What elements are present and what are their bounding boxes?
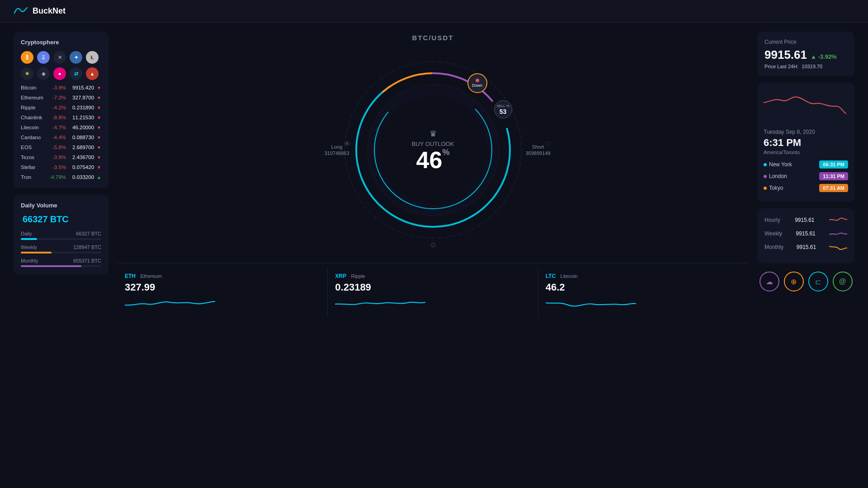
crypto-list: Bitcoin -3.9% 9915.420 ▼ Ethereum -7.2% … [21,84,101,181]
crypto-row: EOS -5.8% 2.689700 ▼ [21,143,101,151]
vol-item: Monthly 655371 BTC [21,258,101,267]
center-panel: BTC/USDT Long 310748863 Short 359899148 … [118,32,748,317]
bottom-tickers: ETH Ethereum 327.99 XRP Ripple 0.23189 [118,263,748,317]
ticker-xrp-chart [335,296,530,314]
cryptosphere-title: Cryptosphere [21,39,101,46]
down-dot [476,79,479,82]
cryptosphere-card: Cryptosphere ₿ Ξ ✕ ✦ Ł ☀ ◈ ● ⇄ ▲ Bitcoin… [14,32,108,188]
gauge-settings-icon: ⚙ [430,241,436,249]
heart-icon: ♡ [544,140,551,149]
monthly-label: Monthly [764,244,783,250]
pair-title: BTC/USDT [412,34,454,42]
time-card: Tuesday Sep 8, 2020 6:31 PM America/Toro… [764,129,848,192]
icon-btc[interactable]: ₿ [21,51,33,64]
btn-layers[interactable]: ⊏ [808,272,828,291]
gauge-wrapper: Long 310748863 Short 359899148 Down SELL… [311,46,555,254]
weekly-sparkline [829,229,847,238]
newyork-dot [764,163,767,166]
ticker-xrp-price: 0.23189 [335,282,530,293]
long-value: 310748863 [325,150,349,156]
current-price-label: Current Price [764,39,847,45]
price-change-arrow-icon: ▲ [811,53,816,60]
down-label: Down [472,83,482,88]
weekly-label: Weekly [764,230,782,237]
btn-network[interactable]: ⊕ [784,272,804,291]
volume-row: Daily 66327 BTC Weekly 128947 BTC Monthl… [21,231,101,267]
icon-x[interactable]: ✕ [53,51,66,64]
crypto-row: Ripple -4.2% 0.231890 ▼ [21,103,101,112]
navbar: BuckNet [0,0,868,23]
eye-icon: 👁 [344,140,351,148]
current-price-value: 9915.61 [764,48,807,62]
crypto-row: Litecoin -4.7% 46.20000 ▼ [21,123,101,131]
weekly-value: 9915.61 [796,230,815,237]
hourly-sparkline [829,216,847,225]
price-chart-card: Tuesday Sep 8, 2020 6:31 PM America/Toro… [757,83,854,202]
ticker-ltc: LTC Litecoin 46.2 [538,268,748,317]
newyork-label: New York [764,161,792,168]
gauge-center: ♛ BUY OUTLOOK 46% [412,129,454,172]
price-change-value: -3.92% [818,53,836,60]
city-tokyo: Tokyo 07:31 AM [764,184,848,192]
icon-xrp[interactable]: ✦ [70,51,82,64]
time-value: 6:31 PM [764,137,848,149]
crypto-row: Tezos -3.9% 2.436700 ▼ [21,153,101,161]
monthly-sparkline [829,243,847,252]
icon-red[interactable]: ▲ [86,67,99,80]
logo-text: BuckNet [33,6,66,16]
logo-icon [14,5,28,18]
bottom-icons-row: ☁ ⊕ ⊏ @ [757,272,854,291]
crypto-icons-row-2: ☀ ◈ ● ⇄ ▲ [21,67,101,80]
monthly-value: 9915.61 [797,244,816,250]
sell-label: SELL % [496,104,509,108]
city-london: London 11:31 PM [764,172,848,180]
ticker-eth-header: ETH Ethereum [125,272,320,280]
short-value: 359899148 [525,150,550,156]
main-content: Cryptosphere ₿ Ξ ✕ ✦ Ł ☀ ◈ ● ⇄ ▲ Bitcoin… [0,23,868,488]
gauge-container: Down SELL % 53 /* ticks drawn by JS */ [329,46,537,254]
crypto-icons-row: ₿ Ξ ✕ ✦ Ł [21,51,101,64]
london-time: 11:31 PM [819,172,848,180]
price-mini-chart [764,89,846,125]
btn-cloud[interactable]: ☁ [760,272,779,291]
hwm-weekly: Weekly 9915.61 [764,229,847,238]
icon-ltc[interactable]: Ł [86,51,99,64]
tokyo-time: 07:31 AM [819,184,848,192]
london-label: London [764,173,787,179]
current-price-card: Current Price 9915.61 ▲ -3.92% Price Las… [757,32,854,76]
ticker-ltc-header: LTC Litecoin [546,272,741,280]
vol-item: Daily 66327 BTC [21,231,101,240]
price-change-badge: ▲ -3.92% [811,53,837,60]
icon-dot[interactable]: ● [53,67,66,80]
london-dot [764,175,767,178]
ticker-eth: ETH Ethereum 327.99 [118,268,328,317]
icon-eth[interactable]: Ξ [37,51,50,64]
ticker-ltc-price: 46.2 [546,282,741,293]
crypto-row: Chainlink -8.8% 11.21530 ▼ [21,113,101,122]
hwm-monthly: Monthly 9915.61 [764,243,847,252]
ticker-eth-price: 327.99 [125,282,320,293]
last24-value: 10319.70 [802,64,822,69]
daily-volume-card: Daily Volume 66327BTC Daily 66327 BTC We… [14,195,108,274]
ticker-eth-chart [125,296,320,314]
crypto-row: Tron -4.79% 0.033200 ▲ [21,173,101,181]
ticker-xrp: XRP Ripple 0.23189 [328,268,538,317]
gauge-buy-label: BUY OUTLOOK [412,141,454,147]
right-panel: Current Price 9915.61 ▲ -3.92% Price Las… [757,32,854,291]
current-price-row: 9915.61 ▲ -3.92% [764,48,847,62]
icon-ghost[interactable]: ◈ [37,67,50,80]
left-panel: Cryptosphere ₿ Ξ ✕ ✦ Ł ☀ ◈ ● ⇄ ▲ Bitcoin… [14,32,108,274]
gauge-value: 46% [416,148,450,172]
ticker-xrp-header: XRP Ripple [335,272,530,280]
crypto-row: Ethereum -7.2% 327.8700 ▼ [21,94,101,102]
btn-at[interactable]: @ [833,272,853,291]
crypto-row: Cardano -4.4% 0.088730 ▼ [21,133,101,141]
price-last24: Price Last 24H: 10319.70 [764,64,847,69]
sell-badge: SELL % 53 [494,100,512,118]
hwm-card: Hourly 9915.61 Weekly 9915.61 Monthly 99… [757,208,854,263]
hourly-value: 9915.61 [795,217,814,223]
icon-swap[interactable]: ⇄ [70,67,82,80]
icon-sun[interactable]: ☀ [21,67,33,80]
ticker-ltc-chart [546,296,741,314]
timezone-label: America/Toronto [764,150,848,155]
